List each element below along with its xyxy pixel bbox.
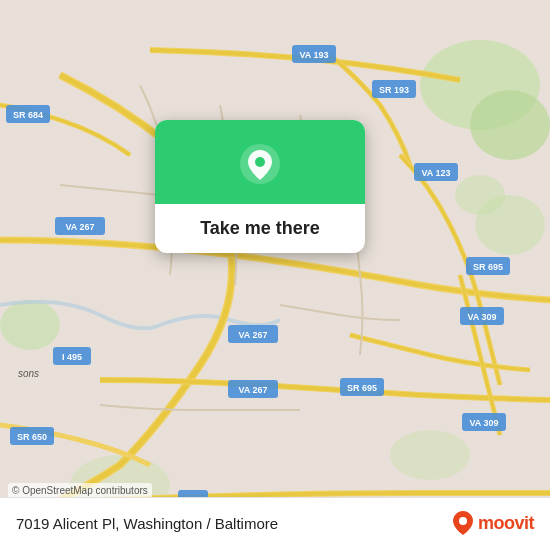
svg-text:VA 309: VA 309 [467,312,496,322]
svg-point-5 [455,175,505,215]
location-pin-icon [238,142,282,186]
svg-text:SR 684: SR 684 [13,110,43,120]
attribution-text: © OpenStreetMap contributors [12,485,148,496]
svg-point-7 [390,430,470,480]
take-me-there-button[interactable]: Take me there [155,204,365,253]
popup-card[interactable]: Take me there [155,120,365,253]
svg-text:SR 695: SR 695 [473,262,503,272]
svg-text:VA 267: VA 267 [65,222,94,232]
svg-text:SR 650: SR 650 [17,432,47,442]
osm-attribution: © OpenStreetMap contributors [8,483,152,498]
svg-text:I 495: I 495 [62,352,82,362]
svg-point-3 [0,300,60,350]
svg-text:VA 309: VA 309 [469,418,498,428]
svg-text:sons: sons [18,368,39,379]
popup-green-section [155,120,365,204]
map-container: VA 193 SR 193 VA 123 SR 684 I 495 VA 267… [0,0,550,550]
svg-text:SR 193: SR 193 [379,85,409,95]
svg-point-41 [459,517,467,525]
moovit-pin-icon [452,510,474,536]
map-svg: VA 193 SR 193 VA 123 SR 684 I 495 VA 267… [0,0,550,550]
moovit-logo: moovit [452,510,534,536]
svg-text:VA 267: VA 267 [238,385,267,395]
moovit-brand-text: moovit [478,513,534,534]
bottom-bar: 7019 Alicent Pl, Washington / Baltimore … [0,497,550,550]
svg-point-40 [255,157,265,167]
address-text: 7019 Alicent Pl, Washington / Baltimore [16,515,278,532]
svg-text:SR 695: SR 695 [347,383,377,393]
svg-point-2 [470,90,550,160]
svg-text:VA 267: VA 267 [238,330,267,340]
svg-text:VA 123: VA 123 [421,168,450,178]
svg-text:VA 193: VA 193 [299,50,328,60]
